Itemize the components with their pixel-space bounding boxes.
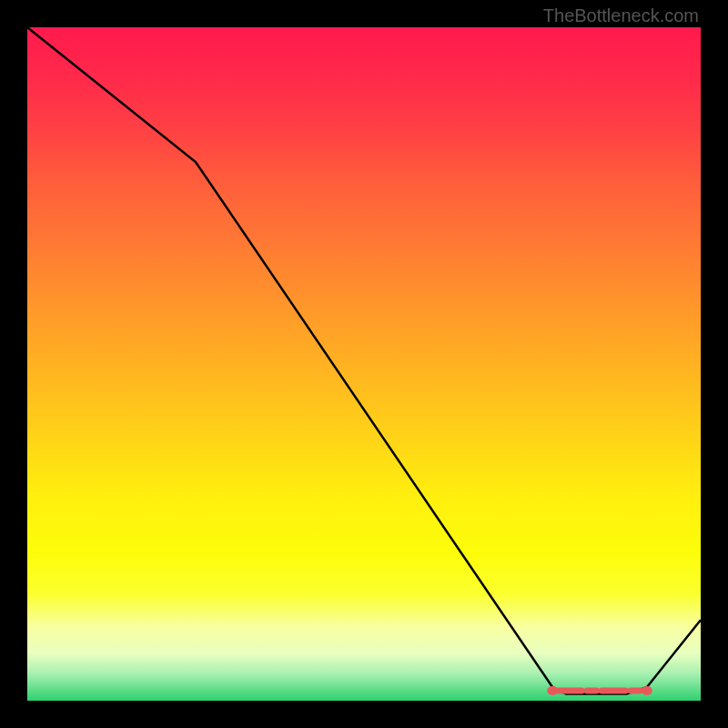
- chart-svg: [27, 27, 701, 701]
- watermark-text: TheBottleneck.com: [543, 5, 699, 26]
- chart-container: TheBottleneck.com: [0, 0, 728, 728]
- data-line: [27, 27, 701, 694]
